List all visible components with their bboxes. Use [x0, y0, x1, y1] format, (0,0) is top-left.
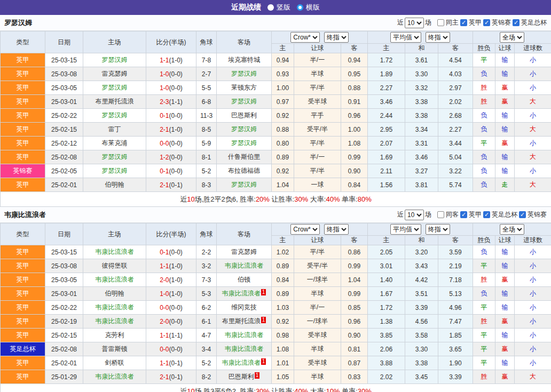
corners-cell: 3-4 — [196, 342, 217, 356]
near-label: 近 — [397, 18, 404, 27]
home-team-name: 韦康比流浪者 — [96, 248, 134, 255]
recent-results-page: 近期战绩 竖版 横版 罗瑟汉姆 近 10 场 同主 英甲 英锦赛 英足总杯 — [0, 0, 551, 392]
avg-home: 1.72 — [368, 53, 405, 67]
result-goals: 小 — [515, 164, 551, 178]
corners-cell: 6-1 — [196, 315, 217, 329]
home-team-cell: 布里斯托流浪 — [83, 95, 146, 109]
header-date: 日期 — [45, 223, 83, 245]
same-venue-label: 同客 — [446, 210, 459, 219]
avg-home: 2.44 — [368, 109, 405, 123]
odds-away: 0.99 — [341, 287, 368, 301]
league-filter-checkbox[interactable] — [460, 19, 467, 26]
header-away: 客场 — [217, 223, 272, 245]
result-goals: 小 — [515, 273, 551, 287]
corners-cell: 11-3 — [196, 109, 217, 123]
fulltime-score: 0-0 — [160, 346, 169, 353]
odds-handicap: 一/球半 — [294, 315, 341, 329]
odds-away: 0.87 — [341, 356, 368, 370]
odds-handicap: 受半球 — [294, 356, 341, 370]
league-type-cell: 英甲 — [1, 150, 45, 164]
same-venue-checkbox[interactable] — [437, 19, 444, 26]
league-filter-checkbox[interactable] — [460, 211, 467, 218]
match-count-select[interactable]: 10 — [405, 18, 424, 28]
avg-source-select[interactable]: 平均值 — [390, 32, 421, 43]
full-scope-select[interactable]: 全场 — [500, 32, 524, 43]
summary-segment: 场,胜2平2负6, 胜率: — [195, 195, 256, 203]
corners-cell: 4-7 — [196, 329, 217, 342]
away-team-name: 韦康比流浪者 — [222, 290, 261, 297]
home-team-name: 韦康比流浪者 — [96, 317, 134, 325]
fulltime-score: 0-0 — [160, 304, 169, 311]
home-team-cell: 韦康比流浪者 — [83, 273, 146, 287]
match-date: 25-02-19 — [45, 315, 83, 329]
league-type-cell: 英甲 — [1, 245, 45, 259]
away-team-cell: 韦康比流浪者1 — [217, 287, 272, 301]
away-team-name: 布拉德福德 — [228, 167, 260, 174]
league-filter-checkbox[interactable] — [483, 211, 490, 218]
score-cell: 1-0(0-0) — [146, 67, 196, 81]
league-filter-checkbox[interactable] — [513, 19, 519, 26]
avg-time-select[interactable]: 终指 — [426, 224, 450, 235]
result-goals: 小 — [515, 301, 551, 315]
match-date: 25-03-05 — [45, 81, 83, 95]
league-filter-checkbox[interactable] — [483, 19, 490, 26]
fulltime-score: 2-1 — [160, 373, 169, 381]
vertical-layout-radio[interactable]: 竖版 — [267, 3, 290, 12]
corners-cell: 5-2 — [196, 356, 217, 370]
home-team-name: 伯明翰 — [105, 290, 124, 297]
score-cell: 1-1(1-0) — [146, 259, 196, 273]
odds-source-select[interactable]: Crow* — [290, 32, 320, 43]
subheader-winlose: 胜负 — [473, 44, 495, 53]
fulltime-score: 1-0 — [160, 84, 169, 92]
match-date: 25-03-08 — [45, 259, 83, 273]
result-handicap: 输 — [495, 329, 515, 342]
avg-away: 2.02 — [438, 95, 473, 109]
subheader-handicap-result: 让球 — [495, 236, 515, 245]
same-venue-checkbox[interactable] — [437, 211, 444, 218]
odds-time-select[interactable]: 终指 — [324, 32, 349, 43]
horizontal-layout-radio[interactable]: 横版 — [297, 3, 320, 12]
away-team-name: 韦康比流浪者 — [225, 262, 263, 269]
radio-unselected-icon — [267, 4, 274, 11]
result-goals: 小 — [515, 81, 551, 95]
fulltime-score: 2-0 — [160, 318, 169, 325]
away-team-cell: 罗瑟汉姆 — [217, 123, 272, 137]
filter-bar: 近 10 场 同主 英甲 英锦赛 英足总杯 — [397, 18, 547, 28]
odds-time-select[interactable]: 终指 — [324, 224, 349, 235]
full-scope-select[interactable]: 全场 — [500, 224, 524, 235]
odds-home: 0.89 — [272, 259, 294, 273]
away-team-cell: 韦康比流浪者1 — [217, 356, 272, 370]
home-team-name: 伯明翰 — [105, 181, 124, 188]
halftime-score: (1-1) — [169, 98, 183, 106]
away-team-name: 韦康比流浪者 — [225, 331, 263, 339]
odds-handicap: 受平/半 — [294, 259, 341, 273]
corners-cell: 8-5 — [196, 123, 217, 137]
avg-time-select[interactable]: 终指 — [426, 32, 450, 43]
result-handicap: 赢 — [495, 273, 515, 287]
away-red-card-badge: 1 — [261, 358, 266, 365]
avg-source-select[interactable]: 平均值 — [390, 224, 421, 235]
summary-segment: 10 — [187, 195, 194, 203]
away-team-name: 罗瑟汉姆 — [231, 125, 257, 133]
result-winlose: 胜 — [473, 315, 495, 329]
odds-away: 1.00 — [341, 123, 368, 137]
match-count-select[interactable]: 10 — [405, 210, 424, 220]
page-title: 近期战绩 — [231, 3, 261, 12]
odds-source-select[interactable]: Crow* — [290, 224, 320, 235]
result-goals: 小 — [515, 342, 551, 356]
header-home: 主场 — [83, 223, 146, 245]
odds-away: 0.96 — [341, 315, 368, 329]
league-filter-checkbox[interactable] — [519, 211, 526, 218]
avg-draw: 3.38 — [405, 95, 438, 109]
home-team-cell: 韦康比流浪者 — [83, 301, 146, 315]
odds-handicap: 半球 — [294, 67, 341, 81]
odds-group-header: Crow* 终指 — [272, 223, 368, 236]
avg-draw: 3.38 — [405, 109, 438, 123]
avg-away: 4.96 — [438, 301, 473, 315]
home-team-name: 罗瑟汉姆 — [102, 56, 128, 63]
result-handicap: 赢 — [495, 81, 515, 95]
home-team-cell: 罗瑟汉姆 — [83, 150, 146, 164]
league-type-cell: 英锦赛 — [1, 164, 45, 178]
score-cell: 2-0(1-0) — [146, 273, 196, 287]
match-row: 英甲 25-02-15 克劳利 1-1(1-1) 4-7 韦康比流浪者 0.98… — [1, 329, 551, 342]
